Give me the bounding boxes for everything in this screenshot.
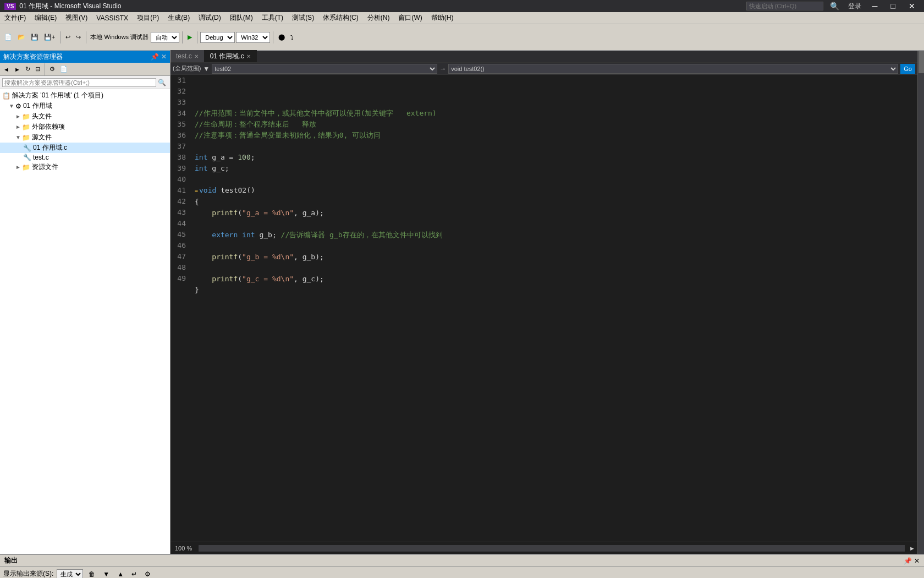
- tb-save-button[interactable]: 💾: [29, 32, 41, 42]
- nav-detail-select[interactable]: void test02(): [448, 64, 898, 74]
- menu-item-文件F[interactable]: 文件(F): [0, 12, 30, 24]
- tb-open-button[interactable]: 📂: [15, 32, 28, 42]
- title-left: VS 01 作用域 - Microsoft Visual Studio: [4, 2, 122, 11]
- code-token: , g_c);: [294, 275, 324, 283]
- menu-item-视图V[interactable]: 视图(V): [61, 12, 92, 24]
- tree-item[interactable]: ►📁头文件: [0, 111, 170, 122]
- toolbar: 📄 📂 💾 💾+ ↩ ↪ 本地 Windows 调试器 自动 ▶ Debug W…: [0, 24, 924, 51]
- go-button[interactable]: Go: [900, 64, 915, 74]
- se-properties-button[interactable]: ⚙: [47, 64, 57, 74]
- tree-item[interactable]: 📋解决方案 '01 作用域' (1 个项目): [0, 90, 170, 101]
- se-search-icon[interactable]: 🔍: [156, 79, 168, 86]
- menu-item-调试D[interactable]: 调试(D): [194, 12, 226, 24]
- tb-local-label: 本地 Windows 调试器: [90, 33, 148, 41]
- code-line: [195, 263, 913, 274]
- tb-breakpoint-button[interactable]: ⬤: [276, 32, 287, 42]
- output-clear-button[interactable]: 🗑: [86, 569, 97, 579]
- tb-platform-select[interactable]: Win32: [236, 32, 270, 43]
- se-close-button[interactable]: ✕: [161, 53, 167, 61]
- output-next-button[interactable]: ▼: [101, 569, 112, 579]
- login-button[interactable]: 登录: [846, 2, 864, 11]
- tree-item-label: 头文件: [32, 112, 52, 121]
- tb-sep1: [60, 31, 61, 43]
- code-token: test02(): [216, 186, 255, 194]
- code-editor[interactable]: 31323334353637383940414243444546474849 /…: [170, 75, 917, 542]
- tb-saveall-button[interactable]: 💾+: [42, 32, 57, 42]
- output-wrap-button[interactable]: ↵: [129, 569, 139, 579]
- code-line: int g_c;: [195, 163, 913, 174]
- menu-item-团队M[interactable]: 团队(M): [226, 12, 257, 24]
- output-settings-button[interactable]: ⚙: [142, 569, 153, 579]
- se-showfiles-button[interactable]: 📄: [58, 64, 70, 74]
- menu-item-体系结构C[interactable]: 体系结构(C): [318, 12, 363, 24]
- scroll-right-indicator: ►: [907, 545, 917, 552]
- code-line: //生命周期：整个程序结束后 释放: [195, 119, 913, 130]
- tb-debug-select[interactable]: Debug: [200, 32, 235, 43]
- vertical-scrollbar-track[interactable]: [917, 51, 924, 554]
- tree-item[interactable]: 🔧test.c: [0, 153, 170, 162]
- menu-item-VASSISTX[interactable]: VASSISTX: [92, 13, 133, 23]
- tree-expand-icon: ►: [15, 113, 21, 119]
- code-line: [195, 307, 913, 318]
- line-numbers: 31323334353637383940414243444546474849: [170, 75, 190, 542]
- tb-buildmode-select[interactable]: 自动: [151, 32, 179, 43]
- close-button[interactable]: ✕: [904, 2, 920, 10]
- tab-close-icon[interactable]: ✕: [194, 53, 199, 59]
- line-number: 38: [175, 152, 186, 163]
- code-token: //生命周期：整个程序结束后 释放: [195, 120, 316, 128]
- vertical-scrollbar-thumb[interactable]: [919, 51, 924, 73]
- menu-item-生成B[interactable]: 生成(B): [163, 12, 194, 24]
- menu-item-项目P[interactable]: 项目(P): [133, 12, 163, 24]
- code-content[interactable]: //作用范围：当前文件中，或其他文件中都可以使用(加关键字 extern)//生…: [190, 75, 917, 542]
- editor-tab[interactable]: 01 作用域.c✕: [205, 50, 257, 62]
- line-number: 48: [175, 262, 186, 273]
- zoom-level: 100 %: [170, 545, 196, 552]
- menu-item-窗口W[interactable]: 窗口(W): [394, 12, 426, 24]
- tb-undo-button[interactable]: ↩: [63, 32, 73, 42]
- se-pin-button[interactable]: 📌: [151, 53, 159, 61]
- output-prev-button[interactable]: ▲: [115, 569, 126, 579]
- se-back-button[interactable]: ◄: [1, 64, 12, 74]
- se-collapse-button[interactable]: ⊟: [33, 64, 42, 74]
- quick-launch-input[interactable]: [746, 2, 823, 10]
- tree-item[interactable]: ▼⚙01 作用域: [0, 101, 170, 111]
- show-from-select[interactable]: 生成: [57, 569, 83, 579]
- nav-function-select[interactable]: test02: [212, 64, 437, 74]
- horizontal-scrollbar[interactable]: [199, 545, 905, 552]
- minimize-button[interactable]: ─: [868, 2, 882, 10]
- tree-item-label: 01 作用域: [23, 101, 52, 111]
- editor-tab[interactable]: test.c✕: [170, 50, 205, 62]
- line-number: 45: [175, 229, 186, 240]
- se-toolbar: ◄ ► ↻ ⊟ ⚙ 📄: [0, 63, 170, 76]
- code-line: [195, 219, 913, 230]
- output-close-button[interactable]: ✕: [914, 557, 920, 565]
- search-icon[interactable]: 🔍: [828, 2, 842, 10]
- menu-item-编辑E[interactable]: 编辑(E): [30, 12, 61, 24]
- tb-step-over-button[interactable]: ⤵: [288, 32, 296, 42]
- menu-item-分析N[interactable]: 分析(N): [363, 12, 394, 24]
- tree-item-icon: 🔧: [23, 154, 31, 161]
- menu-item-工具T[interactable]: 工具(T): [257, 12, 288, 24]
- maximize-button[interactable]: □: [887, 2, 900, 10]
- line-number: 44: [175, 218, 186, 229]
- se-refresh-button[interactable]: ↻: [23, 64, 32, 74]
- tree-item[interactable]: ►📁外部依赖项: [0, 122, 170, 132]
- code-token: g_a =: [207, 153, 238, 161]
- se-search-input[interactable]: [2, 78, 156, 87]
- output-tab-bar: 输出 📌 ✕: [0, 555, 924, 567]
- output-pin-button[interactable]: 📌: [904, 557, 912, 565]
- tb-redo-button[interactable]: ↪: [74, 32, 83, 42]
- menu-item-帮助H[interactable]: 帮助(H): [427, 12, 458, 24]
- code-token: extern: [212, 231, 238, 239]
- menu-item-测试S[interactable]: 测试(S): [288, 12, 318, 24]
- tree-item[interactable]: ►📁资源文件: [0, 162, 170, 172]
- tb-new-button[interactable]: 📄: [2, 32, 14, 42]
- output-panel: 输出 📌 ✕ 显示输出来源(S): 生成 🗑 ▼ ▲ ↵ ⚙ 1>------ …: [0, 554, 924, 578]
- code-token: (: [238, 209, 242, 217]
- tree-item[interactable]: 🔧01 作用域.c: [0, 143, 170, 153]
- se-forward-button[interactable]: ►: [12, 64, 23, 74]
- tree-item[interactable]: ▼📁源文件: [0, 132, 170, 143]
- tab-close-icon[interactable]: ✕: [246, 53, 251, 59]
- tb-start-button[interactable]: ▶: [185, 32, 194, 42]
- nav-scope-label: (全局范围): [173, 64, 201, 73]
